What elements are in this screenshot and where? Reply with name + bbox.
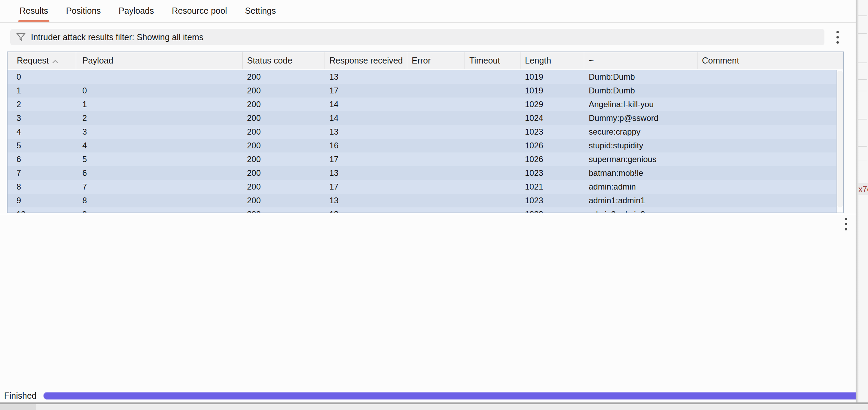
result-cell (407, 139, 465, 152)
result-cell: Dumb:Dumb (584, 84, 697, 98)
desktop-strip (0, 404, 868, 410)
result-cell: 14 (325, 98, 407, 111)
result-cell (465, 139, 520, 152)
results-filter-bar[interactable]: Intruder attack results filter: Showing … (10, 29, 824, 45)
tab-positions[interactable]: Positions (66, 0, 101, 23)
result-row-5[interactable]: 54200161026stupid:stupidity (8, 139, 837, 152)
result-cell: 200 (243, 180, 325, 194)
result-cell: 1026 (520, 139, 584, 152)
result-cell (407, 125, 465, 139)
result-cell (697, 152, 837, 166)
result-cell: 6 (8, 152, 76, 166)
result-row-2[interactable]: 21200141029Angelina:I-kill-you (8, 98, 837, 111)
result-cell: 16 (325, 139, 407, 152)
filter-funnel-icon (16, 32, 26, 42)
result-cell: 0 (8, 70, 76, 84)
sliver-divider (858, 33, 867, 34)
result-row-4[interactable]: 43200131023secure:crappy (8, 125, 837, 139)
result-cell: 200 (243, 139, 325, 152)
result-cell: 1029 (520, 98, 584, 111)
scrollbar-thumb[interactable] (837, 71, 843, 207)
result-row-9[interactable]: 98200131023admin1:admin1 (8, 194, 837, 207)
result-row-10[interactable]: 109200131022admin2:admin2 (8, 207, 837, 213)
sliver-highlighted-row: x7e9 (858, 183, 868, 195)
tab-settings[interactable]: Settings (245, 0, 276, 23)
column-header-label: Length (525, 52, 551, 69)
result-cell: 1023 (520, 194, 584, 207)
result-cell: 200 (243, 84, 325, 98)
result-cell (697, 207, 837, 213)
result-cell: 7 (8, 166, 76, 180)
result-cell: 17 (325, 84, 407, 98)
column-header--[interactable]: ~ (584, 52, 697, 69)
column-header-length[interactable]: Length (520, 52, 584, 69)
filter-summary-text: Intruder attack results filter: Showing … (31, 32, 203, 42)
result-cell: 1023 (520, 166, 584, 180)
sliver-divider (858, 119, 867, 119)
result-cell: 200 (243, 166, 325, 180)
result-cell (697, 139, 837, 152)
result-cell: 1019 (520, 70, 584, 84)
attack-progress-bar (44, 392, 863, 399)
result-cell (407, 180, 465, 194)
result-cell: 13 (325, 207, 407, 213)
column-header-timeout[interactable]: Timeout (465, 52, 520, 69)
sliver-divider (858, 146, 867, 147)
results-table-body: 0200131019Dumb:Dumb10200171019Dumb:Dumb2… (8, 70, 837, 213)
table-vertical-scrollbar[interactable] (836, 70, 843, 213)
results-table: RequestPayloadStatus codeResponse receiv… (7, 52, 844, 213)
result-row-0[interactable]: 0200131019Dumb:Dumb (8, 70, 837, 84)
column-header-response-received[interactable]: Response received (325, 52, 407, 69)
tab-resource-pool[interactable]: Resource pool (172, 0, 227, 23)
result-cell: 200 (243, 194, 325, 207)
column-header-comment[interactable]: Comment (697, 52, 843, 69)
column-header-label: Comment (702, 52, 739, 69)
column-header-status-code[interactable]: Status code (243, 52, 325, 69)
result-cell (697, 125, 837, 139)
column-header-label: Error (412, 52, 431, 69)
column-header-label: Timeout (469, 52, 500, 69)
result-cell: 13 (325, 166, 407, 180)
column-header-request[interactable]: Request (8, 52, 76, 69)
results-options-kebab-icon[interactable] (832, 30, 843, 44)
result-cell: superman:genious (584, 152, 697, 166)
result-cell: 0 (76, 84, 243, 98)
result-cell: Angelina:I-kill-you (584, 98, 697, 111)
result-cell: 10 (8, 207, 76, 213)
column-header-error[interactable]: Error (407, 52, 465, 69)
result-row-1[interactable]: 10200171019Dumb:Dumb (8, 84, 837, 98)
result-cell: 200 (243, 70, 325, 84)
result-row-6[interactable]: 65200171026superman:genious (8, 152, 837, 166)
viewer-options-kebab-icon[interactable] (840, 217, 852, 231)
result-cell (465, 98, 520, 111)
result-cell: 5 (76, 152, 243, 166)
result-cell (465, 194, 520, 207)
sort-ascending-icon (52, 59, 58, 64)
column-header-payload[interactable]: Payload (76, 52, 243, 69)
result-cell: 13 (325, 125, 407, 139)
window-edge-shadow (856, 0, 859, 402)
result-cell: 200 (243, 98, 325, 111)
filter-row: Intruder attack results filter: Showing … (0, 29, 856, 45)
result-cell: 1021 (520, 180, 584, 194)
result-cell (465, 111, 520, 125)
result-cell: 2 (76, 111, 243, 125)
tab-results[interactable]: Results (20, 0, 48, 23)
result-cell: 200 (243, 111, 325, 125)
result-cell (407, 98, 465, 111)
result-cell: 9 (76, 207, 243, 213)
result-cell (407, 84, 465, 98)
result-row-7[interactable]: 76200131023batman:mob!le (8, 166, 837, 180)
result-cell: 3 (8, 111, 76, 125)
result-cell (697, 194, 837, 207)
result-row-8[interactable]: 87200171021admin:admin (8, 180, 837, 194)
result-cell (407, 166, 465, 180)
result-row-3[interactable]: 32200141024Dummy:p@ssword (8, 111, 837, 125)
result-cell: admin:admin (584, 180, 697, 194)
attack-status-bar: Finished (0, 389, 856, 402)
column-header-label: ~ (589, 52, 594, 69)
result-cell (697, 166, 837, 180)
result-cell (76, 70, 243, 84)
tab-payloads[interactable]: Payloads (119, 0, 154, 23)
result-cell: 9 (8, 194, 76, 207)
